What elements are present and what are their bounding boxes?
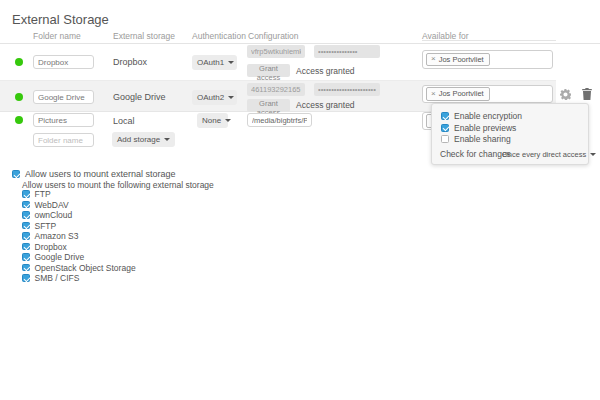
client-id-input[interactable] [247, 45, 305, 58]
backend-option-webdav[interactable]: WebDAV [22, 200, 69, 210]
backend-checkbox[interactable] [22, 201, 30, 209]
backend-label: Dropbox [113, 57, 147, 67]
backend-option-sftp[interactable]: SFTP [22, 221, 56, 231]
status-dot [15, 58, 23, 66]
enable-sharing-checkbox[interactable] [441, 135, 449, 143]
authentication-select-value: None [202, 116, 221, 125]
available-for-input[interactable]: × Jos Poortvliet [422, 85, 553, 103]
table-header-divider [0, 43, 600, 44]
backend-label: Amazon S3 [35, 231, 79, 241]
remove-user-icon[interactable]: × [431, 90, 436, 98]
client-secret-input[interactable] [314, 45, 380, 58]
user-chip: × Jos Poortvliet [426, 53, 490, 67]
popup-option-encryption[interactable]: Enable encryption [441, 111, 522, 121]
backend-label: SMB / CIFS [35, 273, 80, 283]
access-granted-status: Access granted [296, 66, 355, 76]
new-folder-name-input[interactable] [33, 133, 94, 147]
chevron-down-icon [225, 119, 231, 122]
column-header-external-storage: External storage [113, 31, 175, 41]
check-for-changes-value: Once every direct access [502, 150, 586, 159]
page-title: External Storage [12, 12, 109, 27]
check-for-changes-label: Check for changes [440, 149, 511, 159]
authentication-select-value: OAuth1 [197, 58, 224, 67]
enable-sharing-label: Enable sharing [454, 134, 511, 144]
trash-icon[interactable] [582, 88, 592, 100]
authentication-select-value: OAuth2 [197, 93, 224, 102]
backend-option-google-drive[interactable]: Google Drive [22, 252, 84, 262]
folder-name-input[interactable] [33, 113, 94, 127]
backend-checkbox[interactable] [22, 253, 30, 261]
user-chip-label: Jos Poortvliet [439, 89, 484, 98]
available-for-input[interactable]: × Jos Poortvliet [422, 50, 553, 69]
check-for-changes-select[interactable]: Once every direct access [502, 150, 596, 159]
column-header-configuration: Configuration [248, 31, 299, 41]
backend-checkbox[interactable] [22, 222, 30, 230]
backend-label: Google Drive [113, 92, 166, 102]
row-divider [0, 80, 556, 81]
backend-checkbox[interactable] [22, 211, 30, 219]
available-for-underline [422, 40, 556, 41]
backend-label: ownCloud [35, 210, 73, 220]
grant-access-button[interactable]: Grant access [247, 99, 290, 112]
authentication-select[interactable]: None [197, 113, 228, 128]
backend-label: Google Drive [35, 252, 85, 262]
backend-checkbox[interactable] [22, 232, 30, 240]
backend-label: OpenStack Object Storage [35, 263, 136, 273]
authentication-select[interactable]: OAuth1 [192, 55, 237, 70]
folder-name-input[interactable] [33, 55, 94, 69]
backend-label: WebDAV [35, 200, 69, 210]
enable-encryption-checkbox[interactable] [441, 112, 449, 120]
remove-user-icon[interactable]: × [431, 55, 436, 63]
chevron-down-icon [228, 61, 234, 64]
allow-mount-option[interactable]: Allow users to mount external storage [12, 169, 176, 179]
backend-option-owncloud[interactable]: ownCloud [22, 210, 72, 220]
storage-settings-popup: Enable encryption Enable previews Enable… [431, 103, 589, 165]
folder-name-input[interactable] [33, 90, 94, 104]
status-dot [15, 93, 23, 101]
allow-mount-label: Allow users to mount external storage [25, 169, 176, 179]
backend-checkbox[interactable] [22, 264, 30, 272]
authentication-select[interactable]: OAuth2 [192, 90, 237, 105]
chevron-down-icon [164, 138, 170, 141]
grant-access-button[interactable]: Grant access [247, 64, 290, 77]
popup-option-sharing[interactable]: Enable sharing [441, 134, 511, 144]
enable-previews-checkbox[interactable] [441, 124, 449, 132]
popup-option-previews[interactable]: Enable previews [441, 123, 516, 133]
column-header-authentication: Authentication [192, 31, 246, 41]
backend-option-ftp[interactable]: FTP [22, 189, 51, 199]
chevron-down-icon [590, 153, 596, 156]
backend-option-openstack[interactable]: OpenStack Object Storage [22, 263, 136, 273]
chevron-down-icon [228, 96, 234, 99]
allow-mount-checkbox[interactable] [12, 170, 20, 178]
access-granted-status: Access granted [296, 100, 355, 110]
add-storage-select[interactable]: Add storage [112, 132, 175, 147]
backend-checkbox[interactable] [22, 243, 30, 251]
external-storage-admin-page: External Storage Folder name External st… [0, 0, 600, 400]
backend-label: FTP [35, 189, 51, 199]
client-id-input[interactable] [247, 83, 305, 96]
backend-label: Dropbox [35, 242, 67, 252]
gear-icon[interactable] [560, 89, 571, 100]
client-secret-input[interactable] [314, 83, 380, 96]
backend-checkbox[interactable] [22, 190, 30, 198]
backend-label: Local [113, 116, 135, 126]
user-chip: × Jos Poortvliet [426, 87, 490, 101]
backend-option-dropbox[interactable]: Dropbox [22, 242, 67, 252]
column-header-folder-name: Folder name [33, 31, 81, 41]
user-chip-label: Jos Poortvliet [439, 55, 484, 64]
enable-previews-label: Enable previews [454, 123, 516, 133]
backend-option-smb-cifs[interactable]: SMB / CIFS [22, 273, 79, 283]
add-storage-select-value: Add storage [117, 135, 160, 144]
backend-option-amazon-s3[interactable]: Amazon S3 [22, 231, 78, 241]
backend-checkbox[interactable] [22, 274, 30, 282]
backend-label: SFTP [35, 221, 57, 231]
enable-encryption-label: Enable encryption [454, 111, 522, 121]
location-input[interactable] [247, 113, 312, 127]
status-dot [15, 116, 23, 124]
